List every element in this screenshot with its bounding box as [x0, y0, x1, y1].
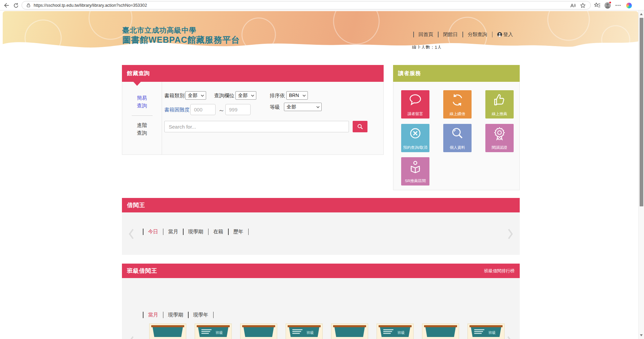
borrow-king-body: 今日 當月 現學期 在籍 歷年 [122, 212, 520, 255]
class-cover-card[interactable]: 班級 [240, 324, 277, 339]
sort-by-select[interactable]: BRN [286, 91, 308, 100]
catalog-search-body: 簡易 查詢 進階 查詢 書籍類別 全部 查詢欄位 全部 排序依 [122, 82, 384, 155]
carousel-prev-icon[interactable] [128, 335, 135, 339]
tab-advanced-search[interactable]: 進階 查詢 [122, 121, 162, 137]
class-cover-card[interactable]: 班級 [331, 324, 368, 339]
carousel-next-icon[interactable] [507, 228, 514, 241]
thumb-up-icon [492, 93, 507, 107]
tab-all-years[interactable]: 歷年 [233, 229, 244, 235]
speech-bubble-icon [408, 93, 422, 107]
search-mode-tabs: 簡易 查詢 進階 查詢 [122, 82, 162, 155]
school-name: 臺北市立成功高級中學 [122, 26, 240, 35]
copilot-icon[interactable] [625, 2, 633, 9]
reader-services-body: 讀者留言 線上續借 線上推薦 預約查詢/取消 個人資料 閱讀認證 [393, 82, 520, 190]
service-online-renewal[interactable]: 線上續借 [443, 90, 472, 118]
service-reading-certification[interactable]: 閱讀認證 [485, 124, 514, 152]
site-stats: 線上人數：1人 點閱累計：44203人 [412, 44, 452, 49]
class-borrow-king-tabs: 當月 現學期 現學年 [138, 312, 218, 318]
page-scrollbar[interactable] [638, 10, 644, 339]
class-cover-card[interactable]: 班級 [377, 324, 414, 339]
tab-enrolled[interactable]: 在籍 [213, 229, 223, 235]
search-button[interactable] [353, 121, 367, 132]
tab-class-current-semester[interactable]: 現學期 [168, 312, 183, 318]
search-field-label: 查詢欄位 [214, 91, 234, 100]
catalog-search-header: 館藏查詢 [122, 65, 384, 82]
difficulty-min-input[interactable] [190, 104, 216, 115]
tab-class-current-year[interactable]: 現學年 [193, 312, 208, 318]
svg-text:班級: 班級 [216, 331, 223, 335]
carousel-prev-icon[interactable] [128, 228, 135, 241]
class-ranking-link[interactable]: 班級借閱排行榜 [484, 268, 515, 274]
tab-class-current-month[interactable]: 當月 [148, 312, 158, 318]
banner-wave-edge [3, 36, 638, 49]
browser-toolbar: https://sschool.tp.edu.tw/library/librar… [0, 0, 644, 10]
class-cover-card[interactable]: 班級 [149, 324, 186, 339]
reader-services-title: 讀者服務 [398, 70, 421, 77]
site-title: 臺北市立成功高級中學 圖書館WEBPAC館藏服務平台 [122, 26, 240, 45]
tab-today[interactable]: 今日 [148, 229, 158, 235]
carousel-next-icon[interactable] [506, 335, 513, 339]
class-cover-card[interactable]: 班級 [422, 324, 459, 339]
scrollbar-thumb[interactable] [640, 18, 643, 206]
scrollbar-up-icon[interactable] [640, 13, 643, 15]
tab-current-month[interactable]: 當月 [168, 229, 178, 235]
nav-separator [413, 32, 414, 37]
tab-simple-search[interactable]: 簡易 查詢 [122, 94, 162, 109]
svg-text:班級: 班級 [397, 331, 405, 335]
favorites-bar-icon[interactable] [593, 2, 601, 9]
class-borrow-king-body: 當月 現學期 現學年 班級 班級 班級 班級 班級 班級 班級 班級 [122, 278, 520, 339]
category-select[interactable]: 全部 [185, 91, 206, 100]
profile-avatar[interactable] [604, 2, 611, 9]
active-tab-pointer [133, 82, 141, 86]
nav-login-link[interactable]: 登入 [497, 31, 513, 38]
notification-dot [609, 1, 611, 4]
class-cover-card[interactable]: 班級 [195, 324, 232, 339]
page: https://sschool.tp.edu.tw/library/librar… [0, 0, 644, 339]
service-reservation-cancel[interactable]: 預約查詢/取消 [401, 124, 429, 152]
class-cover-card[interactable]: 班級 [286, 324, 323, 339]
favorite-star-icon[interactable] [580, 3, 586, 10]
class-borrow-king-header: 班級借閱王 班級借閱排行榜 [122, 264, 520, 278]
chevron-down-icon [251, 95, 254, 97]
category-label: 書籍類別 [164, 91, 185, 100]
sort-by-label: 排序依 [270, 91, 285, 100]
class-borrow-king-title: 班級借閱王 [127, 267, 157, 275]
browser-menu-icon[interactable] [614, 2, 622, 9]
nav-category-search-link[interactable]: 分類查詢 [468, 31, 487, 38]
address-bar[interactable]: https://sschool.tp.edu.tw/library/librar… [22, 1, 591, 9]
search-field-select[interactable]: 全部 [235, 91, 256, 100]
chevron-down-icon [201, 95, 204, 97]
read-aloud-icon[interactable] [570, 3, 576, 10]
tab-divider [132, 115, 153, 116]
svg-text:班級: 班級 [307, 331, 314, 335]
reader-services-panel: 讀者服務 讀者留言 線上續借 線上推薦 預約查詢/取消 個人資料 [393, 65, 520, 190]
refresh-icon[interactable] [12, 2, 20, 9]
service-personal-info[interactable]: 個人資料 [443, 124, 472, 152]
tab-current-semester[interactable]: 現學期 [188, 229, 203, 235]
login-person-icon [497, 32, 502, 37]
search-icon [357, 124, 363, 130]
level-label: 等級 [270, 103, 280, 111]
award-badge-icon [492, 127, 507, 141]
nav-separator [492, 32, 493, 37]
renew-arrows-icon [450, 93, 464, 107]
scrollbar-down-icon[interactable] [640, 334, 643, 336]
service-reader-messages[interactable]: 讀者留言 [401, 90, 429, 118]
difficulty-label[interactable]: 書籍困難度 [164, 104, 190, 115]
nav-closed-days-link[interactable]: 閉館日 [443, 31, 458, 38]
search-input[interactable] [164, 121, 349, 132]
platform-name: 圖書館WEBPAC館藏服務平台 [122, 35, 240, 45]
reader-services-header: 讀者服務 [393, 65, 520, 82]
site-header-banner: 臺北市立成功高級中學 圖書館WEBPAC館藏服務平台 回首頁 閉館日 分類查詢 … [3, 11, 638, 49]
service-sr-recommend-range[interactable]: SR推薦區間 [401, 157, 429, 185]
back-icon[interactable] [3, 2, 10, 9]
service-online-recommend[interactable]: 線上推薦 [485, 90, 514, 118]
url-text: https://sschool.tp.edu.tw/library/librar… [34, 3, 147, 8]
chevron-down-icon [316, 106, 320, 108]
difficulty-max-input[interactable] [225, 104, 251, 115]
level-select[interactable]: 全部 [284, 103, 322, 111]
chevron-down-icon [302, 95, 306, 97]
nav-home-link[interactable]: 回首頁 [419, 31, 433, 38]
login-label: 登入 [503, 31, 513, 38]
class-cover-card[interactable]: 班級 [468, 324, 505, 339]
